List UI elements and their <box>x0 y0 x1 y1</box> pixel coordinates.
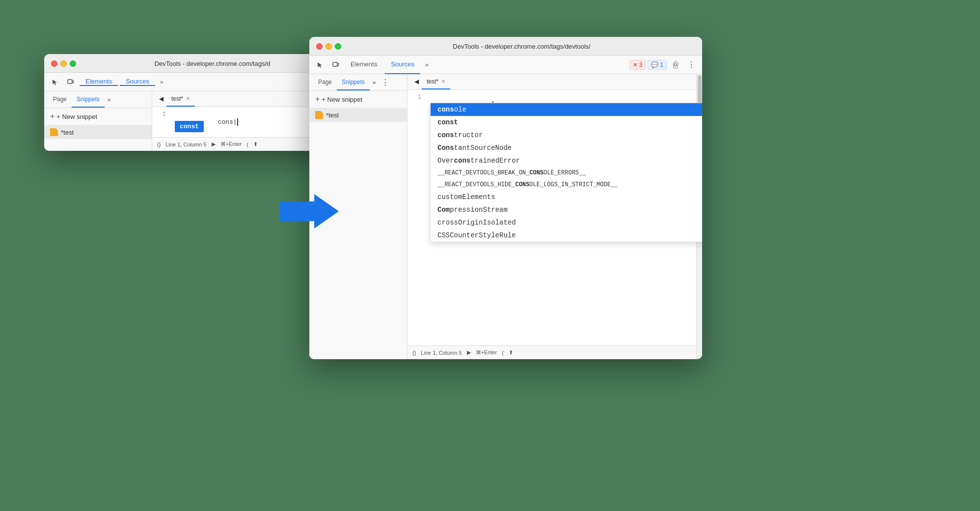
format-icon-fg[interactable]: {} <box>412 350 416 356</box>
editor-area-fg: ◀ test* ✕ 1 cons| console <box>408 74 696 359</box>
plus-icon-bg: + <box>50 112 54 121</box>
position-fg: Line 1, Column 5 <box>421 350 462 356</box>
editor-tab-label-fg: test* <box>427 78 438 85</box>
new-snippet-btn-fg[interactable]: + + New snippet <box>309 91 407 108</box>
snippet-item-label-fg: *test <box>326 112 339 119</box>
editor-tab-close-bg[interactable]: ✕ <box>186 96 190 101</box>
svg-rect-3 <box>333 62 337 66</box>
autocomplete-item-1[interactable]: const <box>431 116 702 129</box>
page-tab-fg[interactable]: Page <box>313 74 337 90</box>
sidebar-bg: Page Snippets » + + New snippet *test <box>44 91 152 151</box>
chat-count-fg: 1 <box>660 61 663 68</box>
paren-fg: ( <box>502 350 504 356</box>
new-snippet-label-fg: + New snippet <box>322 96 362 103</box>
devtools-window-foreground: DevTools - developer.chrome.com/tags/dev… <box>309 37 702 359</box>
autocomplete-item-5[interactable]: __REACT_DEVTOOLS_BREAK_ON_CONSOLE_ERRORS… <box>431 167 702 179</box>
autocomplete-item-0[interactable]: console <box>431 103 702 116</box>
autocomplete-item-10[interactable]: CSSCounterStyleRule <box>431 229 702 242</box>
device-icon[interactable] <box>64 75 78 89</box>
cursor-icon-fg[interactable] <box>313 58 327 72</box>
svg-rect-4 <box>337 63 339 66</box>
plus-icon-fg: + <box>315 95 320 104</box>
editor-tabs-fg: ◀ test* ✕ <box>408 74 696 90</box>
autocomplete-item-4[interactable]: OverconstrainedError <box>431 154 702 167</box>
error-badge-fg[interactable]: ✕ 3 <box>629 60 646 70</box>
autocomplete-item-3[interactable]: ConstantSourceNode <box>431 142 702 154</box>
toolbar-bg: Elements Sources » ✕ <box>44 73 349 91</box>
close-button-bg[interactable] <box>51 60 57 67</box>
editor-tab-test-bg[interactable]: test* ✕ <box>166 91 195 107</box>
scrollbar-thumb-fg[interactable] <box>698 75 702 105</box>
devtools-window-background: DevTools - developer.chrome.com/tags/d E… <box>44 54 349 151</box>
sidebar-tabs-bg: Page Snippets » <box>44 91 152 108</box>
image-icon-fg[interactable]: ⬆ <box>509 349 513 356</box>
autocomplete-item-7[interactable]: customElements <box>431 191 702 203</box>
snippet-item-bg[interactable]: *test <box>44 125 152 139</box>
run-icon-fg[interactable]: ▶ <box>467 349 471 356</box>
autocomplete-item-2[interactable]: constructor <box>431 129 702 142</box>
chat-badge-fg[interactable]: 💬 1 <box>648 60 667 70</box>
settings-icon-fg[interactable] <box>669 58 682 72</box>
kebab-menu-fg[interactable]: ⋮ <box>684 58 698 72</box>
chat-icon-fg: 💬 <box>651 61 658 68</box>
sidebar-more-bg[interactable]: » <box>105 91 114 108</box>
collapse-icon-fg[interactable]: ◀ <box>411 74 422 89</box>
minimize-button-fg[interactable] <box>326 43 332 50</box>
close-button-fg[interactable] <box>316 43 323 50</box>
svg-marker-2 <box>280 194 339 228</box>
sidebar-more-fg[interactable]: » <box>370 74 379 90</box>
autocomplete-bg[interactable]: const <box>175 121 204 132</box>
editor-tab-label-bg: test* <box>171 95 183 102</box>
editor-content-fg[interactable]: 1 cons| console const constructor <box>408 90 696 345</box>
collapse-icon-bg[interactable]: ◀ <box>156 91 166 107</box>
more-tabs-fg[interactable]: » <box>422 61 432 68</box>
title-bar-bg: DevTools - developer.chrome.com/tags/d <box>44 54 349 73</box>
image-icon-bg[interactable]: ⬆ <box>253 141 258 147</box>
format-icon-bg[interactable]: {} <box>157 142 161 147</box>
position-bg: Line 1, Column 5 <box>165 142 206 147</box>
shortcut-bg: ⌘+Enter <box>220 141 242 147</box>
autocomplete-item-9[interactable]: crossOriginIsolated <box>431 216 702 229</box>
autocomplete-item-8[interactable]: CompressionStream <box>431 203 702 216</box>
snippet-item-fg[interactable]: *test <box>309 108 407 122</box>
traffic-lights-bg <box>51 60 76 67</box>
tab-sources-fg[interactable]: Sources <box>385 56 420 74</box>
autocomplete-item-6[interactable]: __REACT_DEVTOOLS_HIDE_CONSOLE_LOGS_IN_ST… <box>431 179 702 191</box>
error-icon-fg: ✕ <box>633 61 638 68</box>
svg-rect-0 <box>68 80 72 84</box>
line-number-fg: 1 <box>408 94 427 101</box>
tab-sources-bg[interactable]: Sources <box>120 78 155 86</box>
window-title-bg: DevTools - developer.chrome.com/tags/d <box>83 60 342 67</box>
arrow-container <box>280 192 339 233</box>
snippet-item-label-bg: *test <box>61 129 74 136</box>
new-snippet-btn-bg[interactable]: + + New snippet <box>44 108 152 125</box>
cursor-icon[interactable] <box>48 75 62 89</box>
tab-elements-fg[interactable]: Elements <box>345 60 383 69</box>
editor-tab-test-fg[interactable]: test* ✕ <box>422 74 450 89</box>
maximize-button-fg[interactable] <box>335 43 341 50</box>
tab-elements-bg[interactable]: Elements <box>80 78 118 86</box>
snippet-file-icon-bg <box>50 128 58 136</box>
snippets-tab-fg[interactable]: Snippets <box>337 74 370 90</box>
new-snippet-label-bg: + New snippet <box>56 113 97 120</box>
window-title-fg: DevTools - developer.chrome.com/tags/dev… <box>348 43 695 50</box>
error-count-fg: 3 <box>639 61 643 68</box>
snippet-file-icon-fg <box>315 111 323 119</box>
svg-rect-1 <box>72 81 74 83</box>
run-icon-bg[interactable]: ▶ <box>212 141 216 147</box>
page-tab-bg[interactable]: Page <box>48 91 72 108</box>
more-tabs-bg[interactable]: » <box>157 79 166 85</box>
sidebar-tabs-fg: Page Snippets » ⋮ <box>309 74 407 91</box>
line-number-bg: 1 <box>152 111 172 118</box>
snippets-tab-bg[interactable]: Snippets <box>72 91 105 108</box>
sidebar-dots-fg[interactable]: ⋮ <box>379 74 392 90</box>
content-fg: Page Snippets » ⋮ + + New snippet *test … <box>309 74 702 359</box>
autocomplete-dropdown-fg[interactable]: console const constructor ConstantSource… <box>430 103 702 242</box>
editor-tab-close-fg[interactable]: ✕ <box>441 79 445 84</box>
minimize-button-bg[interactable] <box>60 60 67 67</box>
status-bar-fg: {} Line 1, Column 5 ▶ ⌘+Enter ( ⬆ <box>408 345 696 359</box>
device-icon-fg[interactable] <box>329 58 343 72</box>
shortcut-fg: ⌘+Enter <box>476 349 497 356</box>
maximize-button-bg[interactable] <box>70 60 76 67</box>
arrow-icon <box>280 192 339 231</box>
